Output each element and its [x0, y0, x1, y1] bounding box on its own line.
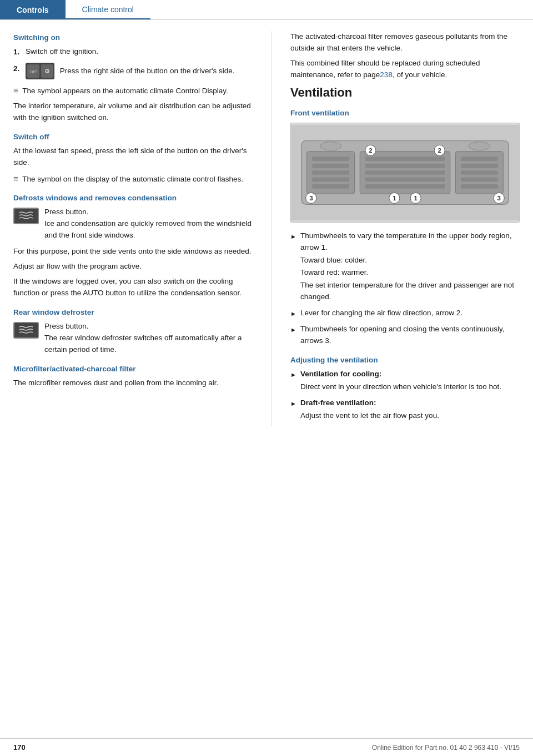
page-wrapper: Controls Climate control Switching on 1.… — [0, 0, 533, 448]
svg-text:2: 2 — [438, 147, 441, 153]
vent-bullet-3-main: Thumbwheels for opening and closing the … — [300, 325, 504, 345]
adjusting-1-label: Ventilation for cooling: — [300, 370, 381, 378]
adjusting-2-desc: Adjust the vent to let the air flow past… — [300, 410, 520, 422]
charcoal-body1: The activated-charcoal filter removes ga… — [290, 31, 520, 54]
vent-bullet-1-sub2: Toward red: warmer. — [300, 267, 520, 279]
step2-icon-cluster: OFF — [26, 63, 54, 79]
switch-off-heading: Switch off — [13, 133, 252, 141]
front-vent-heading: Front ventilation — [290, 109, 520, 117]
main-content: Switching on 1. Switch off the ignition.… — [0, 20, 533, 448]
vent-image: 2 2 1 1 3 3 — [290, 123, 520, 223]
adjusting-bullet-1: ► Ventilation for cooling: Direct vent i… — [290, 369, 520, 393]
defrosts-body4: If the windows are fogged over, you can … — [13, 276, 252, 299]
rear-defroster-icon-row: Press button. The rear window defroster … — [13, 321, 252, 356]
vent-bullet-2-main: Lever for changing the air flow directio… — [300, 309, 462, 317]
symbol-icon2: ≡ — [13, 174, 18, 183]
adjusting-1-desc: Direct vent in your direction when vehic… — [300, 381, 520, 393]
microfilter-body1: The microfilter removes dust and pollen … — [13, 377, 252, 389]
symbol-note: ≡ The symbol appears on the automatic cl… — [13, 84, 252, 97]
page-238-link[interactable]: 238 — [380, 70, 393, 79]
adjusting-bullet-2: ► Draft-free ventilation: Adjust the ven… — [290, 397, 520, 422]
step1-text: Switch off the ignition. — [26, 46, 252, 58]
switch-off-symbol: ≡ The symbol on the display of the autom… — [13, 172, 252, 185]
rear-defroster-icon — [13, 321, 44, 339]
tab-controls-label: Controls — [17, 6, 49, 14]
svg-rect-21 — [461, 177, 498, 182]
defrosts-icon — [13, 206, 44, 224]
vent-bullet-3: ► Thumbwheels for opening and closing th… — [290, 324, 520, 347]
svg-rect-6 — [365, 157, 445, 161]
svg-point-36 — [469, 142, 490, 150]
svg-rect-7 — [365, 163, 445, 168]
defrosts-body2: For this purpose, point the side vents o… — [13, 246, 252, 258]
tab-climate-label: Climate control — [82, 5, 134, 14]
arrow-icon-1: ► — [290, 230, 300, 241]
microfilter-heading: Microfilter/activated-charcoal filter — [13, 365, 252, 373]
svg-text:3: 3 — [309, 194, 313, 201]
adjusting-list: ► Ventilation for cooling: Direct vent i… — [290, 369, 520, 422]
footer: 170 Online Edition for Part no. 01 40 2 … — [0, 738, 533, 756]
tab-controls[interactable]: Controls — [0, 0, 66, 19]
vent-illustration-svg: 2 2 1 1 3 3 — [291, 123, 519, 222]
svg-text:1: 1 — [414, 194, 418, 201]
left-column: Switching on 1. Switch off the ignition.… — [13, 31, 252, 426]
rear-defroster-svg — [17, 325, 35, 336]
body-text-1: The interior temperature, air volume and… — [13, 100, 252, 124]
vent-bullet-1-sub3: The set interior temperature for the dri… — [300, 280, 520, 303]
rear-defroster-heading: Rear window defroster — [13, 308, 252, 316]
adjusting-2-content: Draft-free ventilation: Adjust the vent … — [300, 397, 520, 422]
svg-rect-18 — [461, 157, 498, 161]
svg-rect-16 — [312, 184, 349, 189]
svg-rect-13 — [312, 163, 349, 168]
vent-bullet-3-content: Thumbwheels for opening and closing the … — [300, 324, 520, 347]
arrow-icon-4: ► — [290, 369, 300, 380]
step1-num: 1. — [13, 46, 26, 58]
tab-climate-control[interactable]: Climate control — [66, 0, 150, 19]
rear-defroster-text: Press button. The rear window defroster … — [44, 321, 252, 356]
svg-rect-14 — [312, 170, 349, 175]
svg-point-35 — [320, 142, 341, 150]
svg-text:3: 3 — [497, 194, 500, 201]
svg-rect-12 — [312, 157, 349, 161]
svg-rect-10 — [365, 184, 445, 189]
vent-bullet-1-content: Thumbwheels to vary the temperature in t… — [300, 230, 520, 304]
page-number: 170 — [13, 743, 26, 752]
svg-rect-15 — [312, 177, 349, 182]
vent-bullet-1-sub1: Toward blue: colder. — [300, 255, 520, 266]
defrosts-body3: Adjust air flow with the program active. — [13, 261, 252, 273]
defrosts-text: Press button. Ice and condensation are q… — [44, 206, 252, 241]
adjusting-2-label: Draft-free ventilation: — [300, 399, 376, 407]
footer-info: Online Edition for Part no. 01 40 2 963 … — [372, 744, 520, 752]
switch-off-body: At the lowest fan speed, press the left … — [13, 145, 252, 169]
arrow-icon-5: ► — [290, 397, 300, 409]
vent-bullet-2-content: Lever for changing the air flow directio… — [300, 308, 520, 319]
off-icon: OFF — [29, 67, 37, 75]
adjusting-1-content: Ventilation for cooling: Direct vent in … — [300, 369, 520, 393]
step-1: 1. Switch off the ignition. — [13, 46, 252, 58]
switching-on-heading: Switching on — [13, 33, 252, 42]
vent-bullet-2: ► Lever for changing the air flow direct… — [290, 308, 520, 319]
step2-text: Press the right side of the button on th… — [60, 66, 235, 74]
right-column: The activated-charcoal filter removes ga… — [290, 31, 520, 426]
charcoal-body2: This combined filter should be replaced … — [290, 58, 520, 81]
svg-rect-8 — [365, 170, 445, 175]
svg-text:2: 2 — [369, 147, 372, 153]
svg-point-2 — [47, 70, 48, 72]
svg-rect-9 — [365, 177, 445, 182]
defrosts-icon-row: Press button. Ice and condensation are q… — [13, 206, 252, 241]
settings-icon — [43, 67, 51, 75]
svg-rect-19 — [461, 163, 498, 168]
svg-text:OFF: OFF — [30, 70, 37, 74]
step-2: 2. OFF — [13, 63, 252, 79]
vent-bullet-list: ► Thumbwheels to vary the temperature in… — [290, 230, 520, 347]
ventilation-heading: Ventilation — [290, 85, 520, 100]
vent-bullet-1: ► Thumbwheels to vary the temperature in… — [290, 230, 520, 304]
vent-bullet-1-main: Thumbwheels to vary the temperature in t… — [300, 231, 511, 251]
defrosts-heading: Defrosts windows and removes condensatio… — [13, 194, 252, 202]
svg-rect-20 — [461, 170, 498, 175]
header-bar: Controls Climate control — [0, 0, 533, 20]
step2-content: OFF Press the right side of the button o… — [26, 63, 252, 79]
svg-text:1: 1 — [393, 194, 396, 201]
column-divider — [271, 31, 271, 426]
arrow-icon-3: ► — [290, 324, 300, 335]
